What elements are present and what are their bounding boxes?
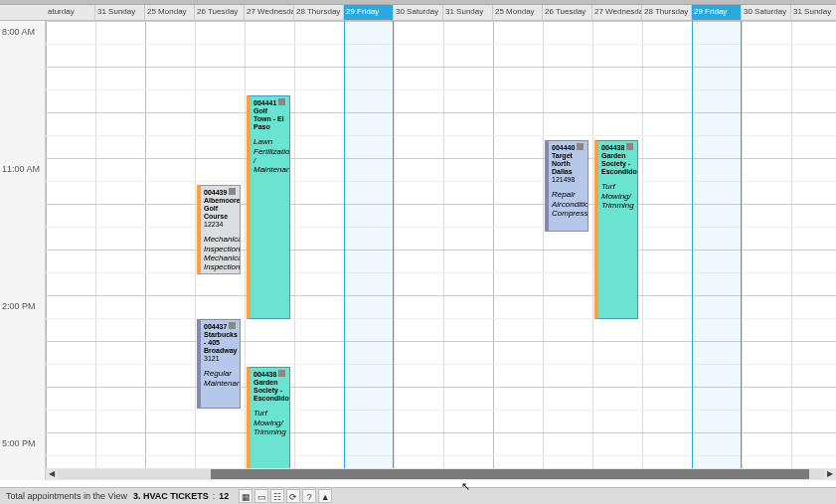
day-header[interactable]: 25 Monday bbox=[145, 5, 195, 21]
appointment-ticket: 004437 bbox=[204, 323, 227, 330]
day-header[interactable]: 30 Saturday bbox=[394, 5, 443, 21]
selected-day-column bbox=[692, 21, 742, 480]
appointment[interactable]: 004439Albemoore Golf Course12234Mechanic… bbox=[197, 185, 241, 274]
scroll-thumb[interactable] bbox=[211, 469, 808, 479]
day-header[interactable]: 31 Sunday bbox=[95, 5, 145, 21]
recurring-icon bbox=[278, 98, 285, 105]
appointment[interactable]: 004437Starbucks - 405 Broadway3121Regula… bbox=[197, 319, 241, 409]
recurring-icon bbox=[626, 143, 633, 150]
refresh-icon[interactable]: ⟳ bbox=[286, 489, 300, 503]
appointment[interactable]: 004440Target North Dallas121498Repair Ai… bbox=[545, 140, 588, 232]
day-header[interactable]: 27 Wednesday bbox=[245, 5, 294, 21]
appointment-customer: Garden Society - Escondido bbox=[253, 379, 286, 403]
day-header[interactable]: 29 Friday bbox=[344, 5, 394, 21]
selected-day-column bbox=[344, 21, 394, 480]
time-label: 5:00 PM bbox=[2, 438, 36, 448]
bell-icon[interactable]: ▲ bbox=[318, 489, 332, 503]
appointment-ticket: 004438 bbox=[253, 371, 276, 378]
status-count: 12 bbox=[219, 491, 229, 501]
calendar-view: aturday31 Sunday25 Monday26 Tuesday27 We… bbox=[0, 5, 836, 480]
time-label: 11:00 AM bbox=[2, 164, 40, 174]
recurring-icon bbox=[278, 370, 285, 377]
footer-icons: ▦▭☷⟳?▲ bbox=[239, 489, 334, 503]
appointment[interactable]: 004441Golf Town - El PasoLawn Fertilizat… bbox=[247, 95, 290, 319]
day-header[interactable]: 26 Tuesday bbox=[195, 5, 245, 21]
form-icon[interactable]: ☷ bbox=[270, 489, 284, 503]
appointment-description: Mechanical Inspection Mechanical Inspect… bbox=[204, 235, 237, 271]
status-filter[interactable]: 3. HVAC TICKETS bbox=[133, 491, 209, 501]
day-header[interactable]: 26 Tuesday bbox=[543, 5, 592, 21]
status-bar: Total appointments in the View 3. HVAC T… bbox=[0, 487, 836, 504]
day-header[interactable]: 27 Wednesday bbox=[592, 5, 642, 21]
status-label: Total appointments in the View bbox=[6, 491, 127, 501]
appointment-customer: Albemoore Golf Course bbox=[204, 197, 237, 221]
day-header[interactable]: 28 Thursday bbox=[294, 5, 344, 21]
appointment-ticket: 004441 bbox=[253, 99, 276, 106]
day-header[interactable]: 31 Sunday bbox=[791, 5, 836, 21]
scroll-track[interactable] bbox=[58, 469, 824, 479]
day-header[interactable]: 30 Saturday bbox=[742, 5, 791, 21]
time-label: 2:00 PM bbox=[2, 301, 36, 311]
day-header[interactable]: 28 Thursday bbox=[642, 5, 692, 21]
day-header[interactable]: 31 Sunday bbox=[443, 5, 493, 21]
appointment-description: Regular Maintenance bbox=[204, 369, 237, 387]
time-label: 8:00 AM bbox=[2, 27, 35, 37]
day-header[interactable]: 29 Friday bbox=[692, 5, 742, 21]
header-spacer bbox=[0, 5, 46, 21]
help-icon[interactable]: ? bbox=[302, 489, 316, 503]
appointment-ticket: 004439 bbox=[204, 189, 227, 196]
appointment-description: Lawn Fertilization / Maintenance bbox=[253, 137, 286, 174]
recurring-icon bbox=[229, 188, 236, 195]
recurring-icon bbox=[577, 143, 584, 150]
appointment-ticket: 004440 bbox=[552, 144, 575, 151]
time-gutter: 8:00 AM11:00 AM2:00 PM5:00 PM bbox=[0, 5, 46, 480]
scroll-right-arrow[interactable]: ▶ bbox=[824, 468, 836, 480]
appointment-customer: Target North Dallas bbox=[552, 152, 585, 176]
appointment-description: Repair Airconditioning Compressor bbox=[552, 190, 585, 218]
horizontal-scrollbar[interactable]: ◀ ▶ bbox=[46, 468, 836, 480]
scroll-left-arrow[interactable]: ◀ bbox=[46, 468, 58, 480]
image-icon[interactable]: ▭ bbox=[254, 489, 268, 503]
calendar-grid[interactable]: 004439Albemoore Golf Course12234Mechanic… bbox=[46, 21, 836, 480]
appointment-customer: Golf Town - El Paso bbox=[253, 107, 286, 131]
appointment-customer: Starbucks - 405 Broadway bbox=[204, 331, 237, 355]
appointment[interactable]: 004438Garden Society - EscondidoTurf Mow… bbox=[247, 367, 290, 478]
day-header[interactable]: aturday bbox=[46, 5, 95, 21]
appointment-location: 121498 bbox=[552, 176, 585, 184]
appointment-customer: Garden Society - Escondido bbox=[601, 152, 634, 176]
status-sep: : bbox=[213, 491, 216, 501]
appointment-location: 3121 bbox=[204, 355, 237, 363]
window-toolbar bbox=[0, 0, 836, 5]
appointment-description: Turf Mowing/ Trimming bbox=[601, 182, 634, 210]
excel-icon[interactable]: ▦ bbox=[239, 489, 252, 503]
appointment-ticket: 004438 bbox=[601, 144, 624, 151]
day-header[interactable]: 25 Monday bbox=[493, 5, 543, 21]
appointment-location: 12234 bbox=[204, 221, 237, 229]
appointment-description: Turf Mowing/ Trimming bbox=[253, 409, 286, 436]
appointment[interactable]: 004438Garden Society - EscondidoTurf Mow… bbox=[594, 140, 638, 319]
day-header-row: aturday31 Sunday25 Monday26 Tuesday27 We… bbox=[0, 5, 836, 21]
recurring-icon bbox=[229, 322, 236, 329]
